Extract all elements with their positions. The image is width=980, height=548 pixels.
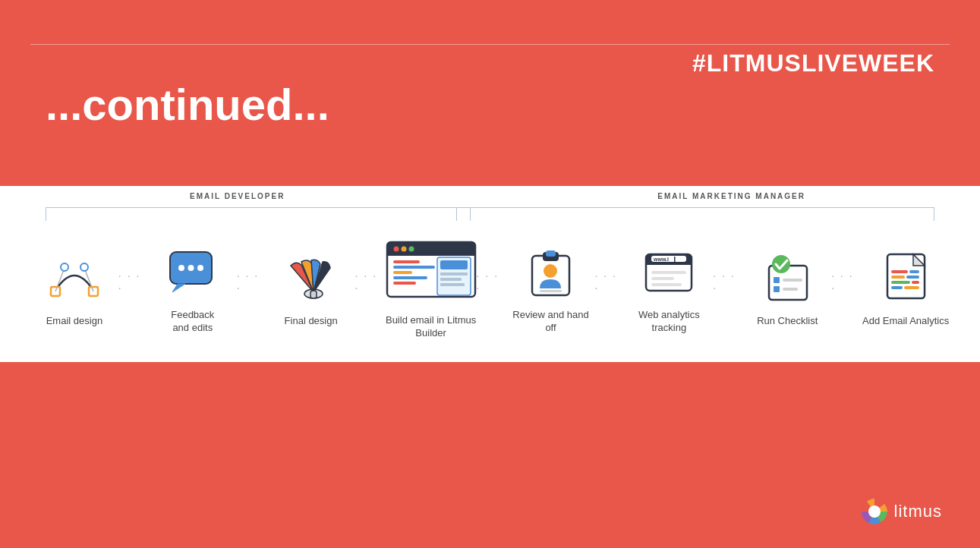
svg-rect-20	[393, 260, 420, 263]
dot-4	[477, 269, 507, 294]
svg-rect-58	[891, 286, 903, 289]
email-design-label: Email design	[46, 315, 102, 328]
svg-rect-23	[393, 276, 427, 279]
svg-rect-54	[891, 276, 905, 279]
continued-heading: ...continued...	[0, 79, 980, 130]
feedback-label: Feedbackand edits	[171, 309, 214, 335]
build-email-icon	[386, 238, 477, 307]
step-web-analytics: www.l Web analytics tracking	[625, 244, 713, 335]
litmus-logo-text: litmus	[894, 502, 942, 521]
top-section: #LITMUSLIVEWEEK ...continued...	[0, 0, 980, 186]
svg-rect-24	[393, 282, 416, 285]
svg-rect-47	[783, 279, 802, 282]
svg-rect-53	[909, 270, 919, 273]
svg-rect-21	[393, 266, 435, 269]
manager-role-label: EMAIL MARKETING MANAGER	[657, 192, 805, 200]
svg-point-4	[61, 263, 68, 271]
svg-rect-56	[891, 281, 910, 284]
dot-3	[355, 269, 386, 294]
build-email-label: Build email in Litmus Builder	[386, 314, 477, 340]
dot-6	[713, 269, 743, 294]
svg-rect-49	[783, 288, 798, 291]
review-icon	[522, 244, 579, 301]
add-analytics-label: Add Email Analytics	[862, 315, 949, 328]
step-build-email: Build email in Litmus Builder	[386, 238, 477, 340]
web-analytics-icon: www.l	[641, 244, 698, 301]
manager-bracket	[456, 207, 934, 221]
svg-point-61	[868, 505, 881, 518]
svg-marker-8	[172, 284, 185, 292]
svg-rect-32	[546, 250, 556, 257]
svg-point-11	[197, 265, 203, 271]
svg-point-6	[80, 263, 88, 271]
step-review: Review and hand off	[507, 244, 595, 335]
dot-1	[118, 269, 149, 294]
svg-rect-16	[387, 250, 475, 256]
svg-point-19	[408, 246, 414, 251]
checklist-icon	[759, 250, 816, 307]
svg-text:www.l: www.l	[653, 257, 669, 262]
dot-2	[237, 269, 267, 294]
final-design-icon	[282, 250, 339, 307]
svg-rect-41	[651, 271, 686, 274]
svg-rect-40	[674, 257, 676, 262]
dot-5	[594, 269, 625, 294]
litmus-logo: litmus	[861, 498, 942, 525]
svg-point-33	[544, 264, 557, 278]
svg-rect-34	[540, 290, 562, 292]
middle-section: EMAIL DEVELOPER EMAIL MARKETING MANAGER	[0, 186, 980, 362]
bottom-section: litmus	[0, 362, 980, 548]
step-feedback: Feedbackand edits	[149, 244, 237, 335]
add-analytics-icon	[878, 250, 934, 307]
review-label: Review and hand off	[507, 309, 595, 335]
svg-rect-46	[774, 277, 780, 283]
step-email-design: Email design	[30, 250, 118, 328]
top-line	[30, 44, 950, 45]
svg-rect-27	[440, 272, 468, 276]
feedback-icon	[164, 244, 221, 301]
svg-point-17	[393, 246, 399, 251]
svg-rect-29	[440, 283, 465, 286]
step-final-design: Final design	[267, 250, 355, 328]
svg-rect-57	[912, 281, 919, 284]
web-analytics-label: Web analytics tracking	[625, 309, 713, 335]
svg-point-10	[187, 265, 194, 271]
svg-rect-42	[651, 277, 674, 280]
email-design-icon	[46, 250, 102, 307]
svg-rect-59	[904, 286, 919, 289]
svg-point-18	[401, 246, 406, 251]
dev-role-label: EMAIL DEVELOPER	[190, 192, 285, 200]
dev-bracket	[46, 207, 471, 221]
svg-rect-52	[891, 270, 908, 273]
svg-rect-28	[440, 278, 462, 281]
svg-rect-43	[651, 283, 682, 286]
svg-point-9	[178, 265, 184, 271]
svg-rect-55	[906, 276, 919, 279]
step-add-analytics: Add Email Analytics	[862, 250, 950, 328]
final-design-label: Final design	[285, 315, 338, 328]
svg-rect-13	[310, 291, 317, 298]
step-checklist: Run Checklist	[743, 250, 831, 328]
svg-rect-22	[393, 271, 412, 274]
flow-container: Email design Feedbackand edits	[30, 238, 950, 340]
checklist-label: Run Checklist	[757, 315, 818, 328]
svg-rect-48	[774, 286, 780, 292]
hashtag: #LITMUSLIVEWEEK	[692, 49, 934, 77]
svg-rect-26	[440, 260, 468, 269]
dot-7	[831, 269, 862, 294]
